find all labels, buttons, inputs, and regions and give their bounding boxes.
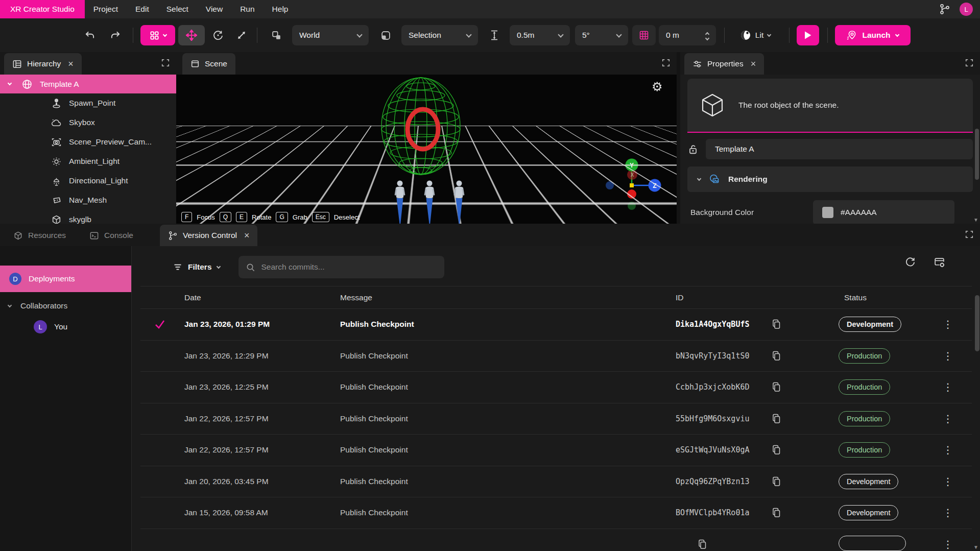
launch-button[interactable]: Launch [835,25,911,45]
menu-project[interactable]: Project [85,0,127,18]
tab-scene[interactable]: Scene [182,53,235,75]
play-button[interactable] [797,25,819,45]
expand-icon[interactable] [965,58,974,67]
commit-row-partial[interactable]: ⋮ [140,529,972,551]
viewport-settings-gear-icon[interactable]: ⚙ [652,80,663,94]
hierarchy-item-skyglb[interactable]: skyglb [0,210,176,224]
copy-icon[interactable] [771,381,781,393]
user-avatar[interactable]: L [960,3,973,16]
copy-icon[interactable] [771,444,781,456]
app-title[interactable]: XR Creator Studio [0,0,85,18]
background-color-field[interactable]: #AAAAAA [813,200,954,224]
undo-button[interactable] [81,30,99,40]
copy-icon[interactable] [771,507,781,518]
row-menu-button[interactable]: ⋮ [936,475,966,488]
rendering-section-header[interactable]: Rendering [687,166,973,192]
axis-gizmo[interactable]: X Y Z [600,156,666,213]
grid-snap-button[interactable] [632,25,656,45]
expand-icon[interactable] [965,230,974,239]
rotate-snap-dropdown[interactable]: 5° [575,25,628,45]
close-icon[interactable]: × [244,231,250,240]
commit-row[interactable]: Jan 15, 2026, 09:58 AM Publish Checkpoin… [140,497,972,529]
hierarchy-item-skybox[interactable]: Skybox [0,113,176,132]
commit-row[interactable]: Jan 22, 2026, 12:57 PM Publish Checkpoin… [140,434,972,466]
commit-row[interactable]: Jan 23, 2026, 12:29 PM Publish Checkpoin… [140,340,972,372]
row-menu-button[interactable]: ⋮ [936,507,966,519]
grid-height-stepper[interactable]: 0 m [659,25,716,45]
hierarchy-item-spawn-point[interactable]: Spawn_Point [0,93,176,113]
unlock-icon[interactable] [687,143,699,155]
hierarchy-item-label: Directional_Light [69,176,128,185]
transform-space-dropdown[interactable]: World [292,25,369,45]
tab-console[interactable]: Console [81,225,141,246]
row-menu-button[interactable]: ⋮ [936,350,966,362]
scroll-down-arrow[interactable]: ▼ [973,217,978,223]
copy-icon[interactable] [771,476,781,487]
column-date[interactable]: Date [179,293,334,302]
pivot-icon[interactable] [376,30,395,41]
row-menu-button[interactable]: ⋮ [936,381,966,393]
column-message[interactable]: Message [334,293,670,302]
copy-icon[interactable] [771,319,781,330]
tab-hierarchy[interactable]: Hierarchy × [4,53,82,75]
chevron-down-icon[interactable] [705,36,709,40]
tab-version-control[interactable]: Version Control × [160,225,258,246]
filters-button[interactable]: Filters [173,262,220,272]
pivot-dropdown[interactable]: Selection [401,25,478,45]
sidebar-item-collaborators[interactable]: Collaborators [0,295,131,317]
expand-icon[interactable] [661,58,671,67]
menu-select[interactable]: Select [158,0,197,18]
3d-viewport[interactable]: X Y Z ⚙ F Focus Q E Rotate G Grab Esc De… [176,75,677,224]
copy-icon[interactable] [697,539,707,550]
commit-row[interactable]: Jan 22, 2026, 12:57 PM Publish Checkpoin… [140,403,972,435]
commit-row[interactable]: Jan 20, 2026, 03:45 PM Publish Checkpoin… [140,466,972,497]
chevron-down-icon [697,176,701,180]
close-icon[interactable]: × [68,59,74,68]
sidebar-item-deployments[interactable]: D Deployments [0,266,131,292]
scale-tool-button[interactable] [232,30,251,40]
expand-icon[interactable] [161,58,170,67]
row-menu-button[interactable]: ⋮ [936,538,966,550]
scrollbar-thumb[interactable] [975,129,979,180]
column-id[interactable]: ID [670,293,839,302]
menu-edit[interactable]: Edit [127,0,158,18]
commit-row[interactable]: Jan 23, 2026, 01:29 PM Publish Checkpoin… [140,308,972,340]
version-control-branch-icon[interactable] [939,4,950,15]
gizmo-mode-button[interactable] [140,25,175,45]
wireframe-sphere[interactable] [377,76,464,180]
color-swatch[interactable] [822,207,833,218]
redo-button[interactable] [106,30,125,40]
hierarchy-item-nav-mesh[interactable]: Nav_Mesh [0,190,176,210]
hierarchy-item-root[interactable]: Template A [0,75,176,93]
row-menu-button[interactable]: ⋮ [936,413,966,425]
menu-help[interactable]: Help [264,0,297,18]
tab-properties[interactable]: Properties × [684,53,764,75]
new-checkpoint-icon[interactable] [934,256,945,268]
row-menu-button[interactable]: ⋮ [936,318,966,330]
copy-icon[interactable] [771,350,781,362]
transform-space-icon[interactable] [267,30,286,41]
close-icon[interactable]: × [751,59,756,68]
move-tool-button[interactable] [178,25,205,45]
column-status[interactable]: Status [839,293,936,302]
object-name-field[interactable]: Template A [706,139,973,159]
shading-mode-dropdown[interactable]: Lit [731,25,780,45]
scroll-down-arrow[interactable]: ▼ [973,544,978,550]
rotate-tool-button[interactable] [209,30,227,41]
hierarchy-item-directional-light[interactable]: Directional_Light [0,171,176,190]
search-commits-box[interactable] [238,256,444,278]
sidebar-item-you[interactable]: L You [0,317,131,337]
hierarchy-item-ambient-light[interactable]: Ambient_Light [0,152,176,171]
scrollbar-thumb[interactable] [975,295,979,351]
menu-run[interactable]: Run [231,0,263,18]
move-snap-dropdown[interactable]: 0.5m [510,25,570,45]
tab-resources[interactable]: Resources [5,225,74,246]
copy-icon[interactable] [771,413,781,424]
menu-view[interactable]: View [197,0,231,18]
search-input[interactable] [261,262,437,272]
commit-row[interactable]: Jan 23, 2026, 12:25 PM Publish Checkpoin… [140,371,972,403]
row-menu-button[interactable]: ⋮ [936,444,966,456]
snap-translate-icon[interactable] [485,30,504,41]
hierarchy-item-scene-preview-cam[interactable]: Scene_Preview_Cam... [0,132,176,152]
refresh-icon[interactable] [904,256,916,268]
